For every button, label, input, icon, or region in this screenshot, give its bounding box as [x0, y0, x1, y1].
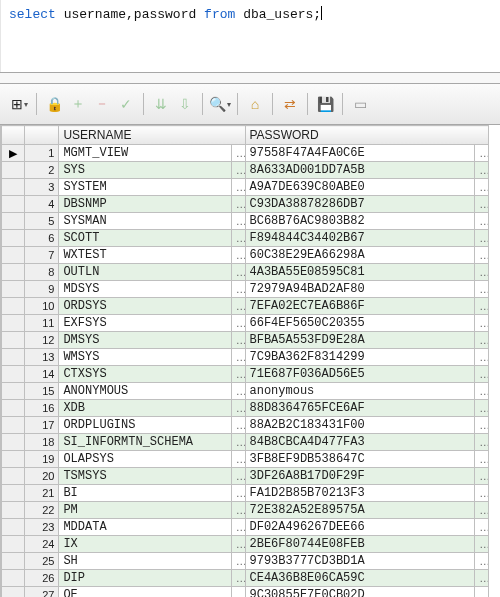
cell-expand-button[interactable]: … [231, 587, 245, 598]
cell-username[interactable]: BI [59, 485, 231, 502]
table-row[interactable]: 19OLAPSYS…3FB8EF9DB538647C… [2, 451, 489, 468]
cell-expand-button[interactable]: … [231, 434, 245, 451]
cell-expand-button[interactable]: … [475, 247, 489, 264]
table-row[interactable]: 13WMSYS…7C9BA362F8314299… [2, 349, 489, 366]
table-row[interactable]: 11EXFSYS…66F4EF5650C20355… [2, 315, 489, 332]
cell-expand-button[interactable]: … [231, 417, 245, 434]
cell-expand-button[interactable]: … [475, 264, 489, 281]
cell-expand-button[interactable]: … [231, 145, 245, 162]
cell-expand-button[interactable]: … [231, 451, 245, 468]
cell-username[interactable]: EXFSYS [59, 315, 231, 332]
cell-expand-button[interactable]: … [475, 400, 489, 417]
cell-password[interactable]: 66F4EF5650C20355 [245, 315, 475, 332]
cell-username[interactable]: SH [59, 553, 231, 570]
cell-username[interactable]: OUTLN [59, 264, 231, 281]
table-row[interactable]: 9MDSYS…72979A94BAD2AF80… [2, 281, 489, 298]
cell-username[interactable]: SYS [59, 162, 231, 179]
cell-password[interactable]: 72E382A52E89575A [245, 502, 475, 519]
cell-expand-button[interactable]: … [475, 485, 489, 502]
cell-password[interactable]: anonymous [245, 383, 475, 400]
cell-expand-button[interactable]: … [231, 332, 245, 349]
cell-password[interactable]: 3DF26A8B17D0F29F [245, 468, 475, 485]
cell-expand-button[interactable]: … [475, 230, 489, 247]
cell-expand-button[interactable]: … [231, 213, 245, 230]
cell-username[interactable]: DBSNMP [59, 196, 231, 213]
cell-password[interactable]: 71E687F036AD56E5 [245, 366, 475, 383]
cell-username[interactable]: WMSYS [59, 349, 231, 366]
cell-password[interactable]: A9A7DE639C80ABE0 [245, 179, 475, 196]
single-record-button[interactable]: ⌂ [244, 93, 266, 115]
table-row[interactable]: 15ANONYMOUS…anonymous… [2, 383, 489, 400]
fetch-all-button[interactable]: ⇊ [150, 93, 172, 115]
table-row[interactable]: 5SYSMAN…BC68B76AC9803B82… [2, 213, 489, 230]
cell-password[interactable]: 97558F47A4FA0C6E [245, 145, 475, 162]
cell-password[interactable]: F894844C34402B67 [245, 230, 475, 247]
cell-password[interactable]: BC68B76AC9803B82 [245, 213, 475, 230]
cell-expand-button[interactable]: … [231, 519, 245, 536]
cell-username[interactable]: SYSTEM [59, 179, 231, 196]
cell-password[interactable]: 7EFA02EC7EA6B86F [245, 298, 475, 315]
cell-expand-button[interactable]: … [231, 230, 245, 247]
cell-password[interactable]: 84B8CBCA4D477FA3 [245, 434, 475, 451]
cell-expand-button[interactable]: … [475, 315, 489, 332]
cell-expand-button[interactable]: … [475, 451, 489, 468]
cell-expand-button[interactable]: … [231, 281, 245, 298]
table-row[interactable]: 8OUTLN…4A3BA55E08595C81… [2, 264, 489, 281]
grid-view-button[interactable]: ⊞▾ [8, 93, 30, 115]
table-row[interactable]: 27OE…9C30855E7E0CB02D… [2, 587, 489, 598]
table-row[interactable]: 12DMSYS…BFBA5A553FD9E28A… [2, 332, 489, 349]
cell-username[interactable]: SI_INFORMTN_SCHEMA [59, 434, 231, 451]
cell-username[interactable]: DMSYS [59, 332, 231, 349]
cell-expand-button[interactable]: … [231, 502, 245, 519]
cell-username[interactable]: ANONYMOUS [59, 383, 231, 400]
table-row[interactable]: 26DIP…CE4A36B8E06CA59C… [2, 570, 489, 587]
cell-password[interactable]: FA1D2B85B70213F3 [245, 485, 475, 502]
cell-expand-button[interactable]: … [231, 553, 245, 570]
cell-password[interactable]: 4A3BA55E08595C81 [245, 264, 475, 281]
cell-password[interactable]: DF02A496267DEE66 [245, 519, 475, 536]
fetch-next-button[interactable]: ⇩ [174, 93, 196, 115]
cell-expand-button[interactable]: … [231, 196, 245, 213]
export-button[interactable]: 💾 [314, 93, 336, 115]
commit-button[interactable]: ✓ [115, 93, 137, 115]
cell-expand-button[interactable]: … [475, 417, 489, 434]
cell-username[interactable]: CTXSYS [59, 366, 231, 383]
cell-expand-button[interactable]: … [475, 162, 489, 179]
cell-expand-button[interactable]: … [231, 298, 245, 315]
table-row[interactable]: ▶1MGMT_VIEW…97558F47A4FA0C6E… [2, 145, 489, 162]
cell-expand-button[interactable]: … [231, 264, 245, 281]
cell-expand-button[interactable]: … [231, 485, 245, 502]
cell-password[interactable]: 9C30855E7E0CB02D [245, 587, 475, 598]
misc-button[interactable]: ▭ [349, 93, 371, 115]
table-row[interactable]: 25SH…9793B3777CD3BD1A… [2, 553, 489, 570]
cell-password[interactable]: C93DA38878286DB7 [245, 196, 475, 213]
cell-expand-button[interactable]: … [231, 570, 245, 587]
cell-password[interactable]: 88A2B2C183431F00 [245, 417, 475, 434]
table-row[interactable]: 21BI…FA1D2B85B70213F3… [2, 485, 489, 502]
cell-expand-button[interactable]: … [475, 553, 489, 570]
cell-expand-button[interactable]: … [475, 570, 489, 587]
query-by-example-button[interactable]: ⇄ [279, 93, 301, 115]
cell-username[interactable]: OLAPSYS [59, 451, 231, 468]
cell-expand-button[interactable]: … [231, 366, 245, 383]
add-row-button[interactable]: ＋ [67, 93, 89, 115]
cell-username[interactable]: WXTEST [59, 247, 231, 264]
cell-password[interactable]: 2BE6F80744E08FEB [245, 536, 475, 553]
table-row[interactable]: 6SCOTT…F894844C34402B67… [2, 230, 489, 247]
cell-username[interactable]: ORDSYS [59, 298, 231, 315]
cell-password[interactable]: 88D8364765FCE6AF [245, 400, 475, 417]
cell-expand-button[interactable]: … [475, 281, 489, 298]
cell-expand-button[interactable]: … [475, 468, 489, 485]
delete-row-button[interactable]: － [91, 93, 113, 115]
table-row[interactable]: 20TSMSYS…3DF26A8B17D0F29F… [2, 468, 489, 485]
cell-password[interactable]: 72979A94BAD2AF80 [245, 281, 475, 298]
cell-expand-button[interactable]: … [475, 196, 489, 213]
cell-username[interactable]: SCOTT [59, 230, 231, 247]
table-row[interactable]: 23MDDATA…DF02A496267DEE66… [2, 519, 489, 536]
cell-username[interactable]: OE [59, 587, 231, 598]
cell-username[interactable]: MGMT_VIEW [59, 145, 231, 162]
cell-expand-button[interactable]: … [475, 213, 489, 230]
cell-username[interactable]: XDB [59, 400, 231, 417]
cell-password[interactable]: 7C9BA362F8314299 [245, 349, 475, 366]
cell-expand-button[interactable]: … [231, 400, 245, 417]
